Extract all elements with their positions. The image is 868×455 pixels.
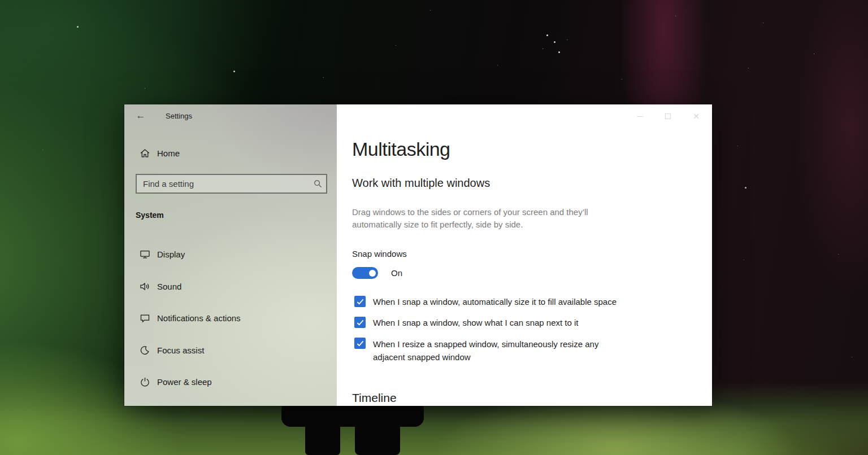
checkmark-icon [356,339,364,348]
settings-sidebar: ← Settings Home System Display [124,104,337,406]
sidebar-item-sound[interactable]: Sound [124,276,337,296]
settings-search-box [136,174,327,194]
sidebar-item-home[interactable]: Home [124,143,337,163]
sidebar-item-label: Notifications & actions [157,313,241,323]
checkbox-row-fill-space: When I snap a window, automatically size… [354,296,617,308]
checkbox-fill-space[interactable] [354,296,366,307]
close-button[interactable]: ✕ [684,109,709,124]
back-button[interactable]: ← [134,110,147,121]
sidebar-item-display[interactable]: Display [124,244,337,264]
power-icon [140,377,150,387]
checkbox-label: When I resize a snapped window, simultan… [373,338,630,364]
checkbox-label: When I snap a window, show what I can sn… [373,317,579,329]
window-caption-buttons: ✕ [627,109,709,124]
page-title: Multitasking [352,138,450,160]
toggle-knob [369,270,376,277]
sidebar-item-label: Power & sleep [157,377,212,387]
checkmark-icon [356,298,364,306]
sidebar-titlebar: ← Settings [124,104,337,127]
maximize-button[interactable] [656,109,680,124]
sidebar-item-label: Display [157,250,185,259]
sidebar-section-header: System [136,211,164,220]
checkbox-row-resize-adjacent: When I resize a snapped window, simultan… [354,338,630,364]
window-title: Settings [166,112,192,120]
section-description: Drag windows to the sides or corners of … [352,206,618,231]
toggle-state-label: On [391,268,402,278]
checkbox-row-show-snap-next: When I snap a window, show what I can sn… [354,317,579,329]
sidebar-item-label: Focus assist [157,345,204,355]
sidebar-item-notifications[interactable]: Notifications & actions [124,308,337,328]
focus-assist-icon [140,345,150,356]
snap-windows-toggle-row: On [352,267,402,279]
snap-windows-toggle[interactable] [352,267,378,279]
home-icon [140,148,150,159]
section-title: Work with multiple windows [352,177,490,190]
checkbox-resize-adjacent[interactable] [354,338,366,349]
checkbox-show-snap-next[interactable] [354,317,366,328]
search-icon[interactable] [309,180,326,188]
maximize-icon [665,113,671,119]
notifications-icon [140,313,150,323]
sidebar-item-label: Home [157,148,180,158]
sidebar-item-power-sleep[interactable]: Power & sleep [124,371,337,392]
checkbox-label: When I snap a window, automatically size… [373,296,617,308]
close-icon: ✕ [693,112,700,120]
stars-decoration [0,0,1,1]
back-arrow-icon: ← [136,110,146,121]
settings-window: ← Settings Home System Display [124,104,712,406]
search-input[interactable] [137,179,309,189]
timeline-section-title: Timeline [352,391,397,405]
display-icon [140,249,150,260]
snap-windows-label: Snap windows [352,249,407,259]
sound-icon [140,281,150,292]
sidebar-item-label: Sound [157,282,181,291]
sidebar-item-focus-assist[interactable]: Focus assist [124,340,337,360]
minimize-button[interactable] [627,109,652,124]
multitasking-page: ✕ Multitasking Work with multiple window… [337,104,712,406]
checkmark-icon [356,318,364,327]
minimize-icon [637,116,643,117]
